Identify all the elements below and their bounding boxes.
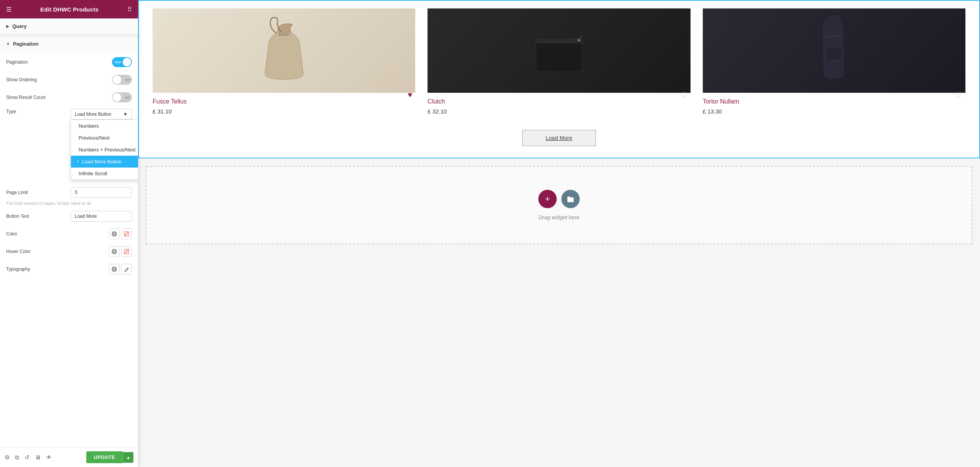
widget-drop-area: + Drag widget here [146, 166, 972, 244]
dropdown-label-numbers: Numbers [79, 123, 99, 129]
show-ordering-toggle-thumb [113, 76, 121, 84]
typography-icon-group [109, 264, 132, 275]
left-panel: ☰ Edit DHWC Products ⠿ ▶ Query ▼ Paginat… [0, 0, 138, 467]
eye-icon[interactable]: 👁 [46, 454, 52, 460]
hover-color-icon-group [109, 246, 132, 257]
color-globe-btn[interactable] [109, 229, 120, 239]
dropdown-label-infinite: Infinite Scroll [79, 171, 107, 176]
panel-header: ☰ Edit DHWC Products ⠿ [0, 0, 138, 18]
page-limit-label: Page Limit [6, 190, 71, 195]
panel-title: Edit DHWC Products [40, 6, 99, 13]
show-ordering-label: Show Ordering [6, 77, 112, 82]
toolbar-icons-group: ⚙ ⧉ ↺ 🖥 👁 [5, 454, 52, 461]
show-ordering-toggle-track[interactable]: NO [112, 75, 132, 85]
update-btn-group: UPDATE ▲ [86, 451, 133, 463]
pagination-section-body: Pagination YES Show Ordering NO [0, 51, 138, 285]
type-selected-value: Load More Button [75, 112, 111, 117]
svg-rect-22 [536, 39, 582, 72]
product-heart-3[interactable]: ♡ [955, 90, 962, 100]
svg-rect-30 [825, 47, 842, 60]
product-image-2 [428, 8, 690, 93]
main-area: Fusce Tellus £ 31.10 ♥ [138, 0, 980, 467]
query-section-header[interactable]: ▶ Query [0, 18, 138, 34]
pagination-field-label: Pagination [6, 59, 112, 65]
button-text-input[interactable] [71, 211, 132, 222]
show-result-count-toggle-thumb [113, 93, 121, 102]
load-more-button[interactable]: Load More [522, 130, 596, 146]
show-result-count-toggle-track[interactable]: NO [112, 92, 132, 102]
widget-drop-label: Drag widget here [539, 214, 580, 220]
hover-color-label: Hover Color [6, 249, 109, 254]
dropdown-item-numbers[interactable]: Numbers [71, 120, 138, 132]
history-icon[interactable]: ↺ [25, 454, 30, 461]
update-button[interactable]: UPDATE [86, 451, 123, 463]
bottom-toolbar: ⚙ ⧉ ↺ 🖥 👁 UPDATE ▲ [0, 447, 138, 467]
page-limit-input[interactable] [71, 187, 132, 198]
dropdown-label-load-more: Load More Button [82, 159, 122, 164]
pagination-section-label: Pagination [13, 41, 38, 47]
typography-label: Typography [6, 266, 109, 272]
pagination-toggle-thumb [123, 58, 131, 66]
pagination-section-header[interactable]: ▼ Pagination [0, 36, 138, 51]
hover-color-field-row: Hover Color [6, 245, 132, 258]
dropdown-item-infinite-scroll[interactable]: Infinite Scroll [71, 168, 138, 179]
color-field-row: Color [6, 228, 132, 240]
panel-content: ▶ Query ▼ Pagination Pagination YES [0, 18, 138, 467]
hover-color-slash-btn[interactable] [121, 246, 132, 257]
product-name-2: Clutch [428, 98, 690, 105]
color-slash-btn[interactable] [121, 229, 132, 239]
product-heart-2[interactable]: ♡ [681, 90, 687, 100]
pagination-toggle[interactable]: YES [112, 57, 132, 67]
add-folder-button[interactable] [561, 190, 580, 208]
product-price-2: £ 32.10 [428, 108, 690, 115]
product-image-1 [153, 8, 415, 93]
products-section: Fusce Tellus £ 31.10 ♥ [138, 0, 980, 158]
pagination-toggle-track[interactable]: YES [112, 57, 132, 67]
dropdown-item-load-more[interactable]: ✓ Load More Button [71, 156, 138, 168]
hover-color-globe-btn[interactable] [109, 246, 120, 257]
type-select-display[interactable]: Load More Button ▼ [71, 109, 132, 120]
product-name-3: Tortor Nullam [703, 98, 965, 105]
layers-icon[interactable]: ⧉ [15, 454, 19, 461]
product-card-1: Fusce Tellus £ 31.10 ♥ [146, 8, 421, 122]
type-dropdown-overlay: Numbers Previous/Next Numbers + Previous… [71, 120, 138, 180]
product-price-1: £ 31.10 [153, 108, 415, 115]
dropdown-item-numbers-prev-next[interactable]: Numbers + Previous/Next [71, 144, 138, 156]
button-text-field-row: Button Text [6, 210, 132, 222]
add-widget-button[interactable]: + [538, 190, 557, 208]
pagination-arrow-icon: ▼ [6, 42, 10, 46]
load-more-container: Load More [146, 122, 972, 150]
color-icon-group [109, 229, 132, 239]
hamburger-icon[interactable]: ☰ [6, 6, 12, 13]
type-dropdown-arrow: ▼ [123, 112, 128, 117]
typography-field-row: Typography [6, 263, 132, 275]
dropdown-item-previous-next[interactable]: Previous/Next [71, 132, 138, 144]
typography-globe-btn[interactable] [109, 264, 120, 275]
show-result-count-toggle-label: NO [125, 96, 130, 99]
show-ordering-toggle[interactable]: NO [112, 75, 132, 85]
product-name-1: Fusce Tellus [153, 98, 415, 105]
product-heart-1[interactable]: ♥ [408, 90, 412, 99]
show-ordering-toggle-label: NO [125, 78, 130, 82]
type-field-label: Type [6, 109, 71, 114]
type-field-row: Type Load More Button ▼ Numbers [6, 109, 132, 120]
product-price-3: £ 13.30 [703, 108, 965, 115]
page-limit-field-row: Page Limit [6, 186, 132, 199]
dropdown-label-prev-next: Previous/Next [79, 135, 110, 141]
typography-pencil-btn[interactable] [121, 264, 132, 275]
query-arrow-icon: ▶ [6, 24, 9, 28]
show-result-count-label: Show Result Count [6, 95, 112, 100]
settings-icon[interactable]: ⚙ [5, 454, 10, 461]
button-text-label: Button Text [6, 214, 71, 219]
color-label: Color [6, 231, 109, 237]
widget-add-buttons: + [538, 190, 580, 208]
show-result-count-field-row: Show Result Count NO [6, 91, 132, 104]
desktop-icon[interactable]: 🖥 [35, 454, 41, 460]
page-limit-hint: The total amount of pages. Empty value t… [6, 201, 132, 206]
product-image-3 [703, 8, 965, 93]
check-icon-load-more: ✓ [76, 159, 80, 164]
update-dropdown-button[interactable]: ▲ [123, 452, 133, 463]
type-select-container: Load More Button ▼ Numbers Previous/Next [71, 109, 132, 120]
show-result-count-toggle[interactable]: NO [112, 92, 132, 102]
grid-icon[interactable]: ⠿ [127, 6, 132, 13]
